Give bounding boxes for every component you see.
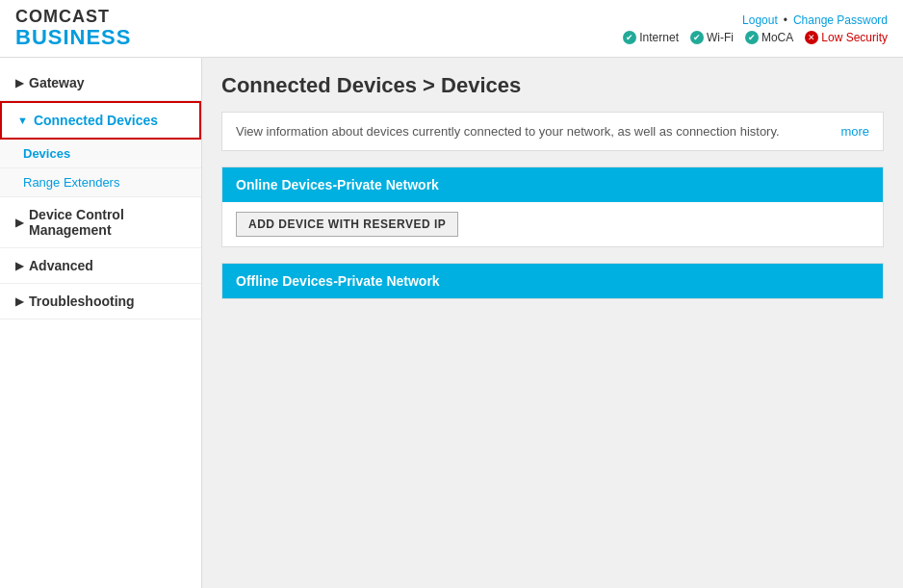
- status-label: Wi-Fi: [707, 31, 734, 44]
- sidebar-submenu: DevicesRange Extenders: [0, 140, 201, 197]
- add-device-button[interactable]: ADD DEVICE WITH RESERVED IP: [236, 212, 458, 237]
- layout: ▶Gateway▼Connected DevicesDevicesRange E…: [0, 58, 903, 588]
- logout-link[interactable]: Logout: [742, 13, 778, 27]
- status-item-internet: ✔Internet: [623, 31, 679, 44]
- arrow-icon: ▶: [15, 77, 23, 89]
- sidebar-sub-item-range-extenders[interactable]: Range Extenders: [0, 168, 201, 197]
- sidebar-sub-item-devices[interactable]: Devices: [0, 140, 201, 168]
- page-title: Connected Devices > Devices: [221, 73, 884, 98]
- arrow-icon: ▼: [17, 115, 28, 126]
- sidebar-item-label: Connected Devices: [34, 113, 158, 128]
- sidebar-item-label: Advanced: [29, 258, 93, 273]
- header-links: Logout • Change Password: [742, 13, 888, 27]
- separator: •: [784, 13, 787, 27]
- info-box: View information about devices currently…: [221, 112, 884, 151]
- header-right: Logout • Change Password ✔Internet✔Wi-Fi…: [623, 13, 888, 44]
- offline-section-header: Offline Devices-Private Network: [222, 264, 883, 298]
- logo: COMCAST BUSINESS: [15, 8, 131, 50]
- change-password-link[interactable]: Change Password: [793, 13, 888, 27]
- arrow-icon: ▶: [15, 295, 23, 308]
- status-bar: ✔Internet✔Wi-Fi✔MoCA✕Low Security: [623, 31, 888, 44]
- arrow-icon: ▶: [15, 217, 23, 229]
- status-label: MoCA: [761, 31, 793, 44]
- online-section-header: Online Devices-Private Network: [222, 167, 883, 202]
- offline-devices-section: Offline Devices-Private Network: [221, 263, 884, 299]
- logo-comcast: COMCAST: [15, 8, 131, 27]
- sidebar-item-gateway[interactable]: ▶Gateway: [0, 65, 201, 101]
- sidebar-item-connected-devices[interactable]: ▼Connected Devices: [0, 101, 201, 140]
- sidebar-item-troubleshooting[interactable]: ▶Troubleshooting: [0, 284, 201, 320]
- check-icon: ✔: [690, 31, 704, 44]
- more-link[interactable]: more: [840, 124, 869, 139]
- status-item-low-security: ✕Low Security: [805, 31, 888, 44]
- online-devices-section: Online Devices-Private Network ADD DEVIC…: [221, 166, 884, 247]
- sidebar: ▶Gateway▼Connected DevicesDevicesRange E…: [0, 58, 202, 588]
- check-icon: ✔: [745, 31, 759, 44]
- status-label: Internet: [639, 31, 679, 44]
- status-item-moca: ✔MoCA: [745, 31, 793, 44]
- header: COMCAST BUSINESS Logout • Change Passwor…: [0, 0, 903, 58]
- sidebar-item-label: Troubleshooting: [29, 294, 135, 309]
- sidebar-item-label: Gateway: [29, 75, 85, 90]
- arrow-icon: ▶: [15, 260, 23, 272]
- status-item-wi-fi: ✔Wi-Fi: [690, 31, 734, 44]
- check-icon: ✔: [623, 31, 636, 44]
- main-content: Connected Devices > Devices View informa…: [202, 58, 903, 588]
- sidebar-item-advanced[interactable]: ▶Advanced: [0, 248, 201, 284]
- sidebar-item-label: Device Control Management: [29, 207, 186, 238]
- logo-business: BUSINESS: [15, 26, 131, 49]
- error-icon: ✕: [805, 31, 818, 44]
- status-label: Low Security: [821, 31, 888, 44]
- info-text: View information about devices currently…: [236, 124, 780, 139]
- sidebar-item-device-control[interactable]: ▶Device Control Management: [0, 197, 201, 248]
